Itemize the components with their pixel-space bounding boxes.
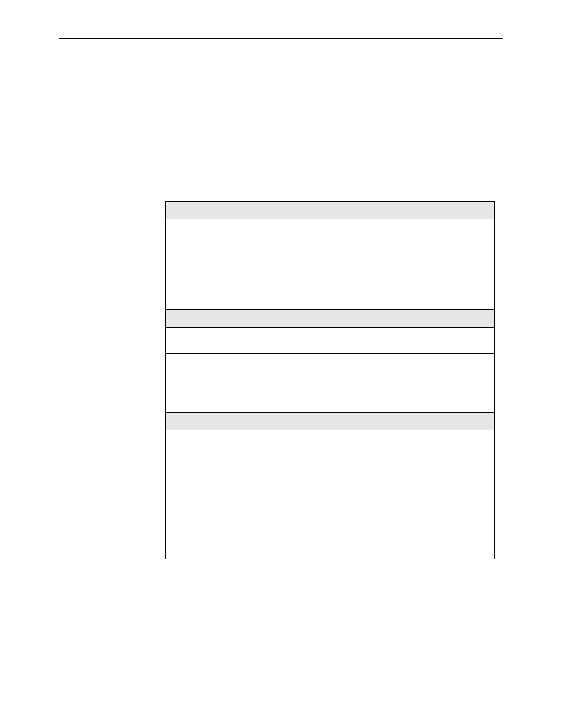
table-section-header: [166, 413, 495, 430]
table-row: [166, 354, 495, 413]
header-rule: [59, 38, 503, 39]
table-row: [166, 245, 495, 310]
page: [0, 0, 562, 728]
table-row: [166, 430, 495, 456]
table-section-header: [166, 202, 495, 219]
table-section-header: [166, 310, 495, 328]
main-content: [165, 201, 495, 559]
header-area: [59, 38, 503, 39]
table-row: [166, 456, 495, 559]
table-row: [166, 219, 495, 245]
data-table: [165, 201, 495, 559]
table-row: [166, 328, 495, 354]
